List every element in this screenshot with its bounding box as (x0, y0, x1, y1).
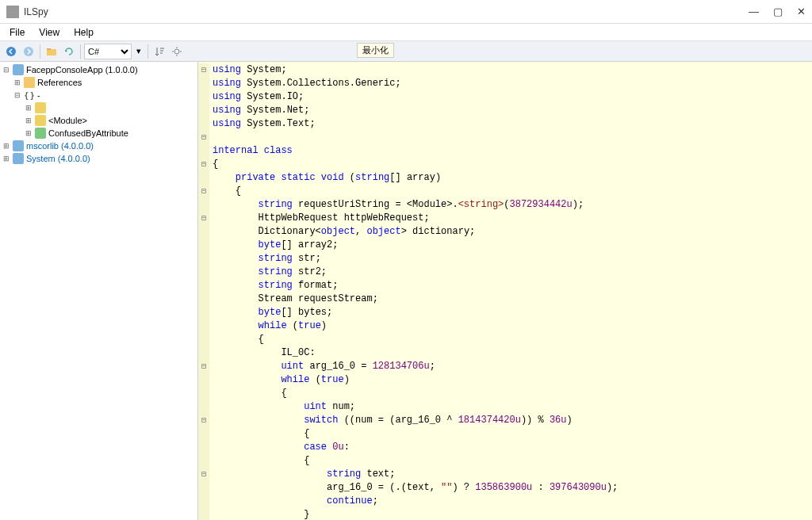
language-select[interactable]: C# (84, 44, 132, 59)
svg-point-1 (24, 47, 33, 56)
toolbar-separator (40, 44, 40, 59)
code-line: string format; (209, 279, 812, 292)
tree-item-label: System (4.0.0.0) (26, 154, 90, 163)
code-line: using System; (209, 63, 812, 77)
code-line: { (209, 185, 812, 198)
code-line: { (209, 158, 812, 171)
code-line: internal class (209, 144, 812, 158)
tree-toggle-icon[interactable]: ⊞ (24, 128, 33, 138)
fold-toggle[interactable]: ⊟ (198, 63, 209, 77)
tree-item[interactable]: ⊟FaceppConsoleApp (1.0.0.0) (0, 63, 197, 76)
code-line: { (209, 333, 812, 346)
fold-toggle (198, 198, 209, 212)
assembly-icon (13, 153, 24, 164)
open-button[interactable] (44, 44, 59, 59)
code-line: using System.Collections.Generic; (209, 77, 812, 90)
titlebar: ILSpy — ▢ ✕ (0, 0, 812, 24)
fold-toggle[interactable]: ⊟ (198, 131, 209, 144)
settings-button[interactable] (169, 44, 185, 59)
code-line: string text; (209, 468, 812, 481)
menu-file[interactable]: File (3, 25, 31, 40)
tree-toggle-icon[interactable]: ⊟ (2, 65, 11, 75)
svg-rect-2 (47, 49, 56, 55)
window-controls: — ▢ ✕ (749, 6, 806, 17)
fold-toggle (198, 239, 209, 252)
fold-toggle (198, 144, 209, 158)
code-line: Dictionary<object, object> dictionary; (209, 225, 812, 239)
tooltip-minimize: 最小化 (357, 43, 394, 58)
tree-item-label: References (37, 78, 82, 87)
tree-item[interactable]: ⊞ (0, 101, 197, 114)
menu-view[interactable]: View (33, 25, 66, 40)
tree-toggle-icon[interactable]: ⊟ (13, 90, 22, 100)
code-line: case 0u: (209, 441, 812, 454)
tree-toggle-icon[interactable]: ⊞ (24, 116, 33, 125)
tree-item[interactable]: ⊞ConfusedByAttribute (0, 127, 197, 140)
dropdown-icon[interactable]: ▾ (133, 44, 144, 59)
code-line: while (true) (209, 373, 812, 387)
code-line: string requestUriString = <Module>.<stri… (209, 198, 812, 212)
fold-toggle (198, 77, 209, 90)
code-line: IL_0C: (209, 346, 812, 360)
code-line: using System.Net; (209, 104, 812, 117)
menu-help[interactable]: Help (67, 25, 100, 40)
app-title: ILSpy (24, 6, 749, 17)
fold-toggle[interactable]: ⊟ (198, 414, 209, 427)
assembly-tree[interactable]: ⊟FaceppConsoleApp (1.0.0.0)⊞References⊟{… (0, 62, 198, 520)
code-line (209, 131, 812, 144)
forward-button[interactable] (21, 44, 36, 59)
code-view[interactable]: ⊟⊟⊟⊟⊟⊟⊟⊟ using System;using System.Colle… (198, 62, 812, 520)
fold-toggle (198, 292, 209, 306)
tree-item-label: - (37, 90, 40, 100)
close-button[interactable]: ✕ (797, 6, 806, 17)
tree-item-label: mscorlib (4.0.0.0) (26, 141, 94, 151)
maximize-button[interactable]: ▢ (773, 6, 783, 17)
braces-icon: { } (24, 90, 35, 101)
class-icon (35, 102, 46, 113)
fold-toggle[interactable]: ⊟ (198, 360, 209, 373)
refresh-button[interactable] (61, 44, 77, 59)
tree-toggle-icon[interactable]: ⊞ (2, 141, 11, 151)
app-icon (6, 6, 19, 18)
workspace: ⊟FaceppConsoleApp (1.0.0.0)⊞References⊟{… (0, 62, 812, 520)
fold-toggle (198, 481, 209, 495)
fold-toggle (198, 495, 209, 508)
code-line: Stream requestStream; (209, 292, 812, 306)
code-line: uint arg_16_0 = 128134706u; (209, 360, 812, 373)
tree-toggle-icon[interactable]: ⊞ (24, 103, 33, 113)
minimize-button[interactable]: — (749, 6, 759, 17)
tree-item[interactable]: ⊞System (4.0.0.0) (0, 152, 197, 165)
tree-item-label: ConfusedByAttribute (48, 128, 128, 138)
code-line: arg_16_0 = (.(text, "") ? 135863900u : 3… (209, 481, 812, 495)
code-line: HttpWebRequest httpWebRequest; (209, 212, 812, 225)
toolbar-separator (147, 44, 148, 59)
fold-toggle[interactable]: ⊟ (198, 468, 209, 481)
code-line: string str; (209, 252, 812, 266)
sort-button[interactable] (151, 44, 167, 59)
fold-toggle (198, 171, 209, 185)
code-line: while (true) (209, 319, 812, 333)
fold-toggle[interactable]: ⊟ (198, 185, 209, 198)
tree-toggle-icon[interactable]: ⊞ (2, 154, 11, 163)
toolbar: C# ▾ 最小化 (0, 41, 812, 62)
fold-toggle[interactable]: ⊟ (198, 158, 209, 171)
fold-toggle (198, 117, 209, 131)
fold-toggle (198, 319, 209, 333)
tree-item[interactable]: ⊟{ }- (0, 89, 197, 101)
folder-icon (24, 77, 35, 88)
code-line: private static void (string[] array) (209, 171, 812, 185)
fold-toggle[interactable]: ⊟ (198, 212, 209, 225)
tree-toggle-icon[interactable]: ⊞ (13, 78, 22, 87)
fold-toggle (198, 333, 209, 346)
fold-toggle (198, 90, 209, 104)
tree-item[interactable]: ⊞References (0, 76, 197, 89)
fold-toggle (198, 225, 209, 239)
back-button[interactable] (3, 44, 19, 59)
tree-item[interactable]: ⊞<Module> (0, 114, 197, 127)
fold-toggle (198, 373, 209, 387)
fold-toggle (198, 306, 209, 319)
code-line: string str2; (209, 266, 812, 279)
fold-toggle (198, 427, 209, 441)
assembly-icon (13, 64, 24, 75)
tree-item[interactable]: ⊞mscorlib (4.0.0.0) (0, 140, 197, 152)
